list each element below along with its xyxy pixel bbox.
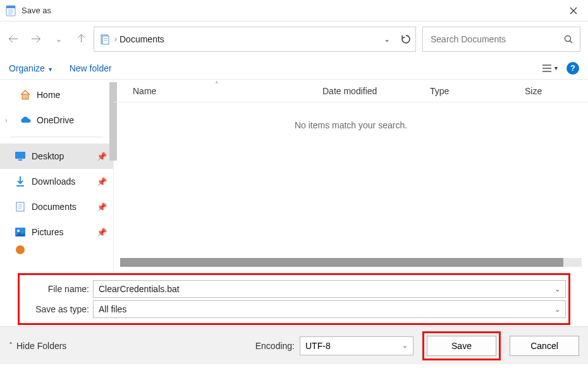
toolbar: Organize ▾ New folder ▾ ?: [0, 57, 588, 80]
sidebar-item-partial[interactable]: [0, 245, 113, 255]
svg-point-24: [16, 245, 25, 254]
column-name[interactable]: ˄ Name: [133, 86, 322, 96]
filetype-label: Save as type:: [22, 304, 93, 314]
encoding-row: Encoding: UTF-8 ⌄: [255, 336, 413, 355]
address-dropdown-icon[interactable]: ⌄: [384, 35, 390, 44]
column-type[interactable]: Type: [430, 86, 525, 96]
new-folder-button[interactable]: New folder: [70, 63, 112, 73]
sort-asc-icon: ˄: [215, 81, 219, 89]
sidebar-item-pictures[interactable]: Pictures 📌: [0, 219, 113, 245]
svg-rect-1: [6, 6, 15, 8]
encoding-select[interactable]: UTF-8 ⌄: [300, 336, 413, 355]
refresh-button[interactable]: [400, 34, 412, 45]
sidebar-item-label: Downloads: [32, 176, 75, 187]
pin-icon: 📌: [97, 228, 107, 237]
chevron-down-icon[interactable]: ⌄: [554, 305, 560, 314]
chevron-up-icon: ˄: [9, 341, 13, 350]
nav-row: 🡠 🡢 ⌄ 🡡 › Documents ⌄: [0, 21, 588, 57]
documents-icon: [14, 200, 27, 213]
recent-dropdown-icon[interactable]: ⌄: [53, 35, 64, 44]
empty-message: No items match your search.: [114, 120, 588, 130]
filename-row: File name: ClearCredentials.bat ⌄: [22, 279, 566, 299]
column-headers: ˄ Name Date modified Type Size: [114, 80, 588, 102]
sidebar-item-label: Pictures: [32, 227, 64, 237]
breadcrumb-location[interactable]: Documents: [119, 34, 164, 44]
svg-point-23: [17, 230, 20, 232]
filename-value: ClearCredentials.bat: [99, 284, 180, 294]
documents-icon: [98, 34, 112, 45]
onedrive-icon: [19, 114, 32, 126]
sidebar: Home › OneDrive Desktop 📌 Downloads 📌: [0, 80, 114, 271]
back-button[interactable]: 🡠: [8, 34, 19, 45]
window-title: Save as: [21, 6, 51, 15]
filetype-value: All files: [99, 304, 126, 314]
hide-folders-label: Hide Folders: [16, 341, 66, 351]
chevron-down-icon[interactable]: ⌄: [554, 285, 560, 293]
search-icon[interactable]: [563, 34, 573, 44]
expand-icon[interactable]: ›: [5, 116, 8, 124]
encoding-label: Encoding:: [255, 341, 295, 351]
column-size[interactable]: Size: [525, 86, 542, 96]
help-button[interactable]: ?: [567, 62, 579, 75]
svg-line-10: [570, 41, 573, 44]
sidebar-item-label: Documents: [32, 202, 77, 212]
hide-folders-button[interactable]: ˄ Hide Folders: [9, 341, 66, 351]
file-list-area: ˄ Name Date modified Type Size No items …: [114, 80, 588, 271]
close-button[interactable]: [559, 0, 588, 21]
pictures-icon: [14, 226, 27, 238]
filetype-select[interactable]: All files ⌄: [93, 300, 566, 318]
list-view-icon: [542, 64, 552, 73]
filename-label: File name:: [22, 284, 93, 294]
notepad-icon: [5, 5, 16, 16]
pin-icon: 📌: [97, 152, 107, 161]
filetype-row: Save as type: All files ⌄: [22, 299, 566, 319]
address-bar[interactable]: › Documents ⌄: [94, 27, 416, 52]
encoding-value: UTF-8: [305, 341, 331, 351]
svg-rect-16: [18, 159, 22, 161]
sidebar-item-label: Desktop: [32, 151, 64, 161]
downloads-icon: [14, 175, 27, 188]
organize-menu[interactable]: Organize ▾: [9, 63, 52, 73]
sidebar-item-downloads[interactable]: Downloads 📌: [0, 169, 113, 194]
pin-icon: 📌: [97, 202, 107, 212]
sidebar-item-label: OneDrive: [37, 115, 74, 125]
sidebar-item-desktop[interactable]: Desktop 📌: [0, 144, 113, 169]
sidebar-item-documents[interactable]: Documents 📌: [0, 194, 113, 219]
footer: ˄ Hide Folders Encoding: UTF-8 ⌄ Save Ca…: [0, 326, 588, 364]
highlight-box-save: Save: [422, 331, 501, 360]
pin-icon: 📌: [97, 177, 107, 187]
search-input[interactable]: [429, 34, 563, 45]
organize-label: Organize: [9, 63, 45, 73]
view-mode-button[interactable]: ▾: [542, 64, 558, 73]
title-bar: Save as: [0, 0, 588, 21]
desktop-icon: [14, 150, 27, 163]
cancel-button[interactable]: Cancel: [510, 336, 579, 356]
sidebar-separator: [10, 137, 103, 137]
forward-button[interactable]: 🡢: [30, 34, 42, 45]
sidebar-item-label: Home: [37, 90, 60, 100]
sidebar-item-onedrive[interactable]: › OneDrive: [0, 107, 113, 133]
up-button[interactable]: 🡡: [76, 34, 87, 45]
svg-rect-14: [22, 94, 28, 99]
horizontal-scrollbar[interactable]: [120, 258, 582, 267]
chevron-down-icon[interactable]: ⌄: [402, 341, 408, 350]
home-icon: [19, 89, 32, 101]
save-fields: File name: ClearCredentials.bat ⌄ Save a…: [0, 271, 588, 326]
main-area: Home › OneDrive Desktop 📌 Downloads 📌: [0, 80, 588, 271]
save-button[interactable]: Save: [427, 336, 496, 356]
chevron-down-icon: ▾: [49, 66, 52, 73]
svg-point-9: [565, 36, 571, 42]
search-box[interactable]: [422, 27, 580, 52]
svg-rect-15: [15, 152, 25, 159]
chevron-down-icon: ▾: [554, 64, 558, 71]
chevron-right-icon[interactable]: ›: [114, 35, 117, 44]
filename-input[interactable]: ClearCredentials.bat ⌄: [93, 280, 566, 298]
sidebar-item-home[interactable]: Home: [0, 82, 113, 107]
nav-arrows: 🡠 🡢 ⌄ 🡡: [8, 34, 87, 45]
column-date[interactable]: Date modified: [322, 86, 430, 96]
highlight-box-fields: File name: ClearCredentials.bat ⌄ Save a…: [18, 273, 570, 325]
folder-icon: [14, 245, 27, 255]
